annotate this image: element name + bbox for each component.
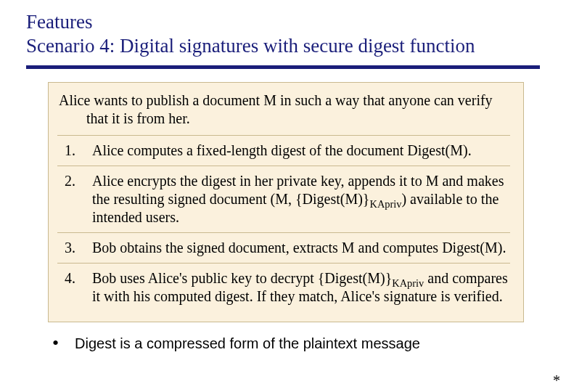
- steps-list: Alice computes a fixed-length digest of …: [57, 135, 510, 311]
- title-line-2: Scenario 4: Digital signatures with secu…: [26, 34, 540, 58]
- step-4: Bob uses Alice's public key to decrypt {…: [57, 263, 510, 311]
- step-4-pre: Bob uses Alice's public key to decrypt {…: [92, 270, 392, 286]
- step-1: Alice computes a fixed-length digest of …: [57, 135, 510, 166]
- step-2: Alice encrypts the digest in her private…: [57, 166, 510, 232]
- slide: Features Scenario 4: Digital signatures …: [0, 0, 566, 353]
- footer-mark: *: [553, 372, 560, 389]
- intro-text: Alice wants to publish a document M in s…: [57, 91, 510, 128]
- step-3: Bob obtains the signed document, extract…: [57, 232, 510, 263]
- step-2-sub: KApriv: [369, 198, 401, 210]
- title-line-1: Features: [26, 10, 540, 34]
- slide-title: Features Scenario 4: Digital signatures …: [26, 10, 540, 58]
- title-rule: [26, 65, 540, 69]
- step-4-sub: KApriv: [392, 277, 424, 289]
- step-1-text: Alice computes a fixed-length digest of …: [92, 142, 472, 158]
- content-box: Alice wants to publish a document M in s…: [48, 82, 524, 322]
- bullet-text: Digest is a compressed form of the plain…: [75, 335, 420, 352]
- bullet-row: • Digest is a compressed form of the pla…: [52, 335, 540, 353]
- step-3-text: Bob obtains the signed document, extract…: [92, 240, 506, 256]
- bullet-icon: •: [52, 334, 59, 353]
